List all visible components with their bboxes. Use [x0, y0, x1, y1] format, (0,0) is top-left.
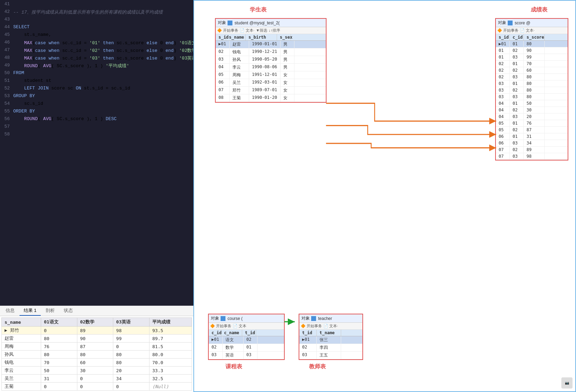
table-row[interactable]: 02 李四 [299, 344, 362, 352]
table-row[interactable]: 02 钱电 1990-12-21 男 [216, 48, 326, 56]
left-panel: 41 42 -- 17、按平均成绩从高到低显示所有学生的所有课程的成绩以及平均成… [0, 0, 193, 392]
course-table-header: 对象 course ( [209, 314, 284, 323]
student-col-headers: s_id s_name s_birth s_sex [216, 34, 326, 41]
code-line-54: 54 sc.s_id [0, 101, 193, 109]
table-row[interactable]: 05 02 87 [496, 127, 568, 133]
course-object-label: 对象 [211, 315, 219, 321]
bottom-info-panel: 信息 结果 1 剖析 状态 s_name 01语文 02数学 03英语 平均成绩 [0, 306, 193, 392]
teacher-table-name: teacher [318, 316, 332, 321]
tab-result1[interactable]: 结果 1 [20, 306, 41, 316]
table-row[interactable]: 04 02 30 [496, 107, 568, 113]
col-header-avg: 平均成绩 [149, 318, 192, 327]
code-line-53: 53 GROUP BY [0, 93, 193, 101]
score-begin-tx[interactable]: 🔶 开始事务 [497, 28, 519, 33]
student-text[interactable]: 📄 文本· [240, 28, 254, 33]
teacher-begin-tx[interactable]: 🔶 开始事务 [301, 323, 322, 329]
student-score-arrow2 [326, 126, 496, 135]
table-row[interactable]: 01 02 90 [496, 47, 568, 54]
student-filter[interactable]: ▼筛选 [256, 28, 267, 33]
code-line-43: 43 [0, 17, 193, 24]
teacher-text[interactable]: 📄 文本· [323, 323, 338, 329]
table-row[interactable]: 03 03 80 [496, 94, 568, 100]
student-sort[interactable]: ↓↑排序 [269, 28, 280, 33]
table-row[interactable]: 07 郑竹 1989-07-01 女 [216, 87, 326, 94]
student-table-icon [228, 21, 232, 25]
results-table: s_name 01语文 02数学 03英语 平均成绩 ▶ 郑竹0899893.5… [1, 317, 192, 391]
diagram-title-teacher: 教师表 [309, 363, 326, 370]
teacher-table-icon [311, 316, 316, 321]
table-row[interactable]: ▶01 赵雷 1990-01-01 男 [216, 41, 326, 48]
table-row[interactable]: 06 01 31 [496, 133, 568, 140]
table-row[interactable]: 05 周梅 1991-12-01 女 [216, 71, 326, 79]
teacher-table-body: t_id t_name ▶01 张三 02 李四 03 王五 [299, 330, 362, 359]
code-line-46: 46 MAX(case when sc.c_id = '01' then sc.… [0, 40, 193, 47]
table-row[interactable]: 02 02 60 [496, 67, 568, 74]
code-line-47: 47 MAX(case when sc.c_id = '02' then sc.… [0, 47, 193, 55]
score-table-icon [508, 21, 513, 25]
course-text[interactable]: 📄 文本 [233, 323, 246, 329]
course-table-box: 对象 course ( 🔶 开始事务 📄 文本 c_id c_name t_id… [208, 314, 285, 360]
course-toolbar[interactable]: 🔶 开始事务 📄 文本 [209, 323, 284, 330]
table-row[interactable]: ▶01 语文 02 [209, 336, 284, 344]
tab-info[interactable]: 信息 [1, 306, 19, 316]
teacher-table-box: 对象 teacher 🔶 开始事务 📄 文本· t_id t_name ▶01 … [299, 314, 363, 360]
results-table-container: s_name 01语文 02数学 03英语 平均成绩 ▶ 郑竹0899893.5… [0, 316, 193, 392]
table-row[interactable]: 03 王五 [299, 352, 362, 359]
main-container: 41 42 -- 17、按平均成绩从高到低显示所有学生的所有课程的成绩以及平均成… [0, 0, 576, 392]
table-row[interactable]: 07 02 89 [496, 147, 568, 153]
student-table-name: student @mysql_test_2( [235, 21, 280, 25]
table-row[interactable]: 06 吴兰 1992-03-01 女 [216, 79, 326, 87]
code-line-44: 44 SELECT [0, 24, 193, 32]
table-row[interactable]: 07 03 98 [496, 153, 568, 160]
diagram-title-score: 成绩表 [531, 6, 547, 14]
student-table-header: 对象 student @mysql_test_2( [216, 19, 326, 27]
table-row[interactable]: 02 数学 01 [209, 344, 284, 352]
student-table-box: 对象 student @mysql_test_2( 🔶 开始事务 📄 文本· ▼… [215, 18, 327, 103]
score-object-label: 对象 [498, 20, 506, 26]
code-line-45: 45 st.s_name, [0, 32, 193, 40]
table-row[interactable]: 03 英语 03 [209, 352, 284, 359]
score-toolbar[interactable]: 🔶 开始事务 📄 文本· [496, 27, 568, 34]
teacher-toolbar[interactable]: 🔶 开始事务 📄 文本· [299, 323, 362, 330]
score-text[interactable]: 📄 文本· [520, 28, 535, 33]
code-line-50: 50 FROM [0, 70, 193, 78]
diagram-title-student: 学生表 [250, 6, 267, 14]
code-editor: 41 42 -- 17、按平均成绩从高到低显示所有学生的所有课程的成绩以及平均成… [0, 0, 193, 306]
score-table-name: score @ [515, 21, 530, 25]
info-tabs: 信息 结果 1 剖析 状态 [0, 306, 193, 316]
teacher-col-headers: t_id t_name [299, 330, 362, 336]
tab-profiling[interactable]: 剖析 [41, 306, 59, 316]
teacher-object-label: 对象 [301, 315, 310, 321]
table-row[interactable]: 01 03 99 [496, 54, 568, 61]
student-table-body: s_id s_name s_birth s_sex ▶01 赵雷 1990-01… [216, 34, 326, 102]
table-row[interactable]: 04 01 50 [496, 100, 568, 107]
student-object-label: 对象 [218, 20, 226, 26]
col-header-c03: 03英语 [113, 318, 149, 327]
table-row[interactable]: 08 王菊 1990-01-20 女 [216, 94, 326, 102]
table-row[interactable]: 02 01 70 [496, 61, 568, 67]
score-col-headers: s_id c_id s_score [496, 34, 568, 41]
code-line-42: 42 -- 17、按平均成绩从高到低显示所有学生的所有课程的成绩以及平均成绩 [0, 9, 193, 17]
col-header-c02: 02数学 [77, 318, 113, 327]
table-row[interactable]: 05 01 76 [496, 120, 568, 127]
student-score-arrow [326, 103, 496, 121]
table-row[interactable]: 03 孙风 1990-05-20 男 [216, 56, 326, 64]
col-header-c01: 01语文 [41, 318, 77, 327]
code-line-41: 41 [0, 1, 193, 9]
table-row[interactable]: 04 李云 1990-08-06 男 [216, 64, 326, 71]
table-row[interactable]: 03 01 80 [496, 80, 568, 87]
table-row[interactable]: 06 03 34 [496, 140, 568, 147]
table-row[interactable]: 02 03 80 [496, 74, 568, 80]
student-begin-tx[interactable]: 🔶 开始事务 [217, 28, 238, 33]
table-row[interactable]: 03 02 80 [496, 87, 568, 94]
table-row[interactable]: ▶01 01 80 [496, 41, 568, 47]
code-line-49: 49 ROUND( AVG( SC.s_score ), 1 ) '平均成绩' [0, 63, 193, 70]
watermark-icon: 📷 [561, 377, 573, 389]
tab-status[interactable]: 状态 [60, 306, 77, 316]
student-toolbar[interactable]: 🔶 开始事务 📄 文本· ▼筛选 ↓↑排序 [216, 27, 326, 34]
diagram-title-course: 课程表 [225, 363, 242, 370]
student-score-arrow3 [326, 143, 496, 148]
table-row[interactable]: ▶01 张三 [299, 336, 362, 344]
table-row[interactable]: 04 03 20 [496, 113, 568, 120]
course-begin-tx[interactable]: 🔶 开始事务 [210, 323, 231, 329]
